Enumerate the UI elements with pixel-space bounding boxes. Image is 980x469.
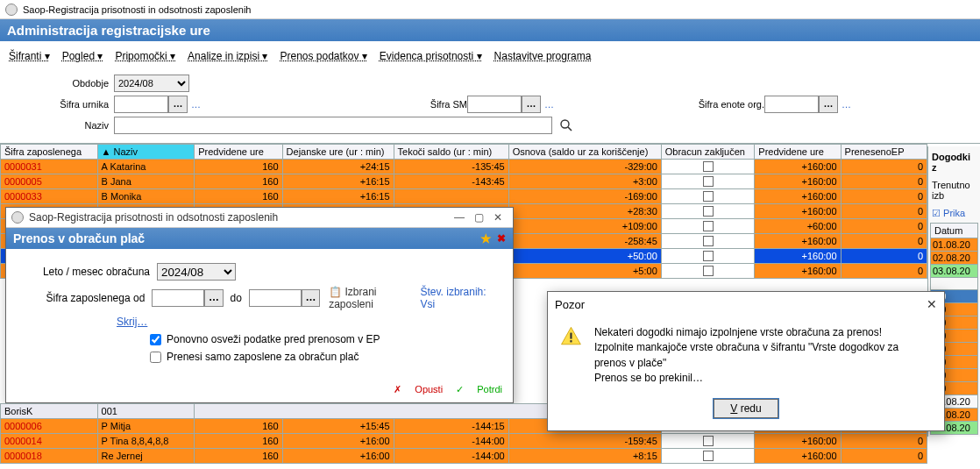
sifra-urnika-label: Šifra urnika (11, 99, 109, 110)
col-predvidene[interactable]: Predvidene ure (195, 145, 282, 160)
cb-refresh[interactable] (150, 334, 161, 345)
sifra-do-lookup[interactable]: … (302, 289, 320, 307)
sifra-zap-label: Šifra zaposlenega od (18, 292, 145, 304)
col-sifra[interactable]: Šifra zaposlenega (1, 145, 98, 160)
alert-dialog: Pozor ✕ Nekateri dogodki nimajo izpolnje… (547, 291, 945, 431)
sifra-enote-input[interactable] (764, 96, 819, 113)
table-row[interactable]: 0000005B Jana160+16:15-143:45+3:00+160:0… (1, 174, 927, 189)
leto-select[interactable]: 2024/08 (157, 263, 236, 281)
calendar-day[interactable] (931, 278, 978, 290)
skrij-link[interactable]: Skrij… (117, 316, 147, 328)
alert-line-1: Nekateri dogodki nimajo izpolnjene vrste… (594, 325, 932, 340)
sifra-sm-icon[interactable]: … (544, 99, 554, 110)
window-title: Saop-Registracija prisotnosti in odsotno… (23, 4, 251, 15)
svg-rect-4 (570, 340, 572, 342)
menu-bar: Šifranti ▾ Pogled ▾ Pripomočki ▾ Analize… (0, 41, 980, 68)
col-naziv[interactable]: ▲ Naziv (97, 145, 195, 160)
menu-pogled[interactable]: Pogled ▾ (62, 50, 103, 62)
app-icon (11, 211, 24, 224)
naziv-label: Naziv (11, 120, 109, 131)
page-title: Administracija registracijske ure (0, 19, 980, 41)
stev-label: Štev. izbranih: Vsi (420, 286, 501, 310)
star-icon[interactable]: ★ (480, 231, 492, 245)
sifra-od-lookup[interactable]: … (204, 289, 223, 307)
table-header-row: Šifra zaposlenega ▲ Naziv Predvidene ure… (1, 145, 927, 160)
delete-icon[interactable]: ✖ (497, 232, 506, 245)
alert-close-icon[interactable]: ✕ (927, 297, 937, 311)
col-osnova[interactable]: Osnova (saldo ur za koriščenje) (508, 145, 661, 160)
col-ep[interactable]: PrenesenoEP (841, 145, 927, 160)
sifra-sm-label: Šifra SM (292, 99, 467, 110)
dogodki-note: Trenutno izb (930, 176, 978, 204)
leto-label: Leto / mesec obračuna (18, 266, 150, 278)
menu-evidenca[interactable]: Evidenca prisotnosti ▾ (380, 50, 482, 62)
table-row[interactable]: 0000033B Monika160+16:15-169:00+160:000 (1, 189, 927, 204)
obdobje-label: Obdobje (11, 78, 109, 89)
calendar-day[interactable]: 02.08.20 (931, 252, 978, 265)
maximize-button[interactable]: ▢ (469, 211, 488, 224)
sifra-od-input[interactable] (152, 289, 204, 307)
transfer-modal: Saop-Registracija prisotnosti in odsotno… (5, 207, 514, 403)
potrdi-button[interactable]: ✓ Potrdi (456, 384, 502, 394)
sifra-sm-input[interactable] (467, 96, 522, 113)
sifra-enote-icon[interactable]: … (842, 99, 851, 110)
opusti-button[interactable]: ✗ Opusti (394, 384, 443, 394)
prika-link[interactable]: ☑ Prika (930, 204, 978, 223)
modal-title: Saop-Registracija prisotnosti in odsotno… (29, 211, 450, 224)
svg-rect-3 (570, 333, 572, 339)
sifra-enote-lookup[interactable]: … (819, 96, 838, 113)
alert-ok-button[interactable]: V redu (714, 399, 778, 418)
menu-prenos[interactable]: Prenos podatkov ▾ (280, 50, 366, 62)
close-button[interactable]: ✕ (488, 211, 508, 224)
col-predvidene2[interactable]: Predvidene ure (755, 145, 841, 160)
sifra-urnika-icon[interactable]: … (191, 99, 201, 110)
calendar-day[interactable]: 01.08.20 (931, 238, 978, 252)
cb-samozap[interactable] (150, 352, 161, 363)
obdobje-select[interactable]: 2024/08 (114, 75, 189, 92)
menu-pripomocki[interactable]: Pripomočki ▾ (115, 50, 175, 62)
sifra-enote-label: Šifra enote org. (610, 99, 764, 110)
sifra-sm-lookup[interactable]: … (522, 96, 541, 113)
col-obracun[interactable]: Obracun zaključen (661, 145, 755, 160)
menu-nastavitve[interactable]: Nastavitve programa (494, 50, 592, 62)
datum-col[interactable]: Datum (931, 224, 978, 238)
alert-title: Pozor (555, 298, 927, 311)
col-tekoci[interactable]: Tekoči saldo (ur : min) (394, 145, 508, 160)
menu-sifranti[interactable]: Šifranti ▾ (9, 50, 50, 62)
sifra-do-input[interactable] (249, 289, 302, 307)
svg-line-1 (568, 127, 572, 131)
filter-panel: Obdobje 2024/08 Šifra urnika … … Šifra S… (0, 68, 980, 143)
window-title-bar: Saop-Registracija prisotnosti in odsotno… (0, 0, 980, 19)
menu-analize[interactable]: Analize in izpisi ▾ (188, 50, 267, 62)
alert-line-2: Izpolnite mankajoče vrste obračuna v šif… (594, 340, 932, 371)
izbrani-icon[interactable]: 📋 Izbrani zaposleni (329, 286, 420, 310)
col-dejanske[interactable]: Dejanske ure (ur : min) (282, 145, 394, 160)
alert-line-3: Prenos se bo prekinil… (594, 371, 932, 386)
sifra-urnika-input[interactable] (114, 96, 168, 113)
modal-header: Prenos v obračun plač (13, 231, 145, 245)
search-icon[interactable] (559, 118, 573, 132)
modal-title-bar: Saop-Registracija prisotnosti in odsotno… (6, 208, 513, 228)
dogodki-title: Dogodki z (930, 148, 978, 176)
table-row[interactable]: 0000014P Tina 8,8,4,8,8160+16:00-144:00-… (1, 434, 927, 449)
sifra-urnika-lookup[interactable]: … (168, 96, 188, 113)
table-row[interactable]: 0000031A Katarina160+24:15-135:45-329:00… (1, 160, 927, 174)
calendar-day[interactable]: 03.08.20 (931, 265, 978, 278)
svg-point-0 (561, 120, 569, 128)
table-row[interactable]: 0000018Re Jernej160+16:00-144:00+8:15+16… (1, 449, 927, 464)
do-label: do (231, 292, 242, 304)
naziv-input[interactable] (114, 117, 552, 134)
app-icon (5, 4, 18, 16)
warning-icon (560, 325, 582, 350)
minimize-button[interactable]: — (450, 211, 469, 224)
